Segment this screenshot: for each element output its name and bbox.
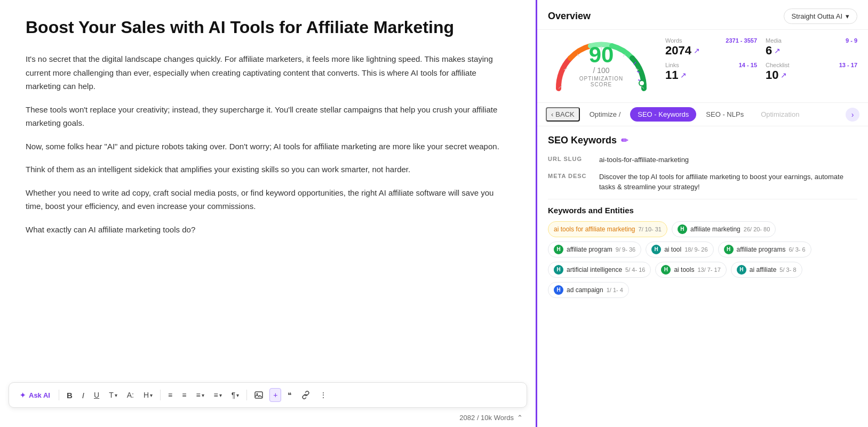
kw-stats: 13/ 7- 17 bbox=[697, 267, 720, 273]
gauge-score: 90 / 100 OPTIMIZATION SCORE bbox=[575, 44, 628, 87]
url-slug-row: URL SLUG ai-tools-for-affiliate-marketin… bbox=[548, 155, 857, 165]
keyword-primary: ai tools for affiliate marketing 7/ 10- … bbox=[548, 221, 667, 237]
score-max: / 100 bbox=[575, 66, 628, 75]
chevron-down-icon: ▾ bbox=[846, 12, 849, 20]
kw-text: affiliate marketing bbox=[690, 225, 740, 233]
font-size-button[interactable]: A: bbox=[124, 389, 137, 401]
url-slug-label: URL SLUG bbox=[548, 155, 591, 162]
media-label: Media bbox=[766, 37, 782, 44]
checklist-label: Checklist bbox=[766, 62, 790, 68]
overview-header: Overview Straight Outta AI ▾ bbox=[537, 0, 868, 30]
kw-stats: 5/ 3- 8 bbox=[779, 267, 796, 273]
kw-text: artificial intelligence bbox=[567, 266, 622, 273]
tab-optimization[interactable]: Optimization bbox=[753, 107, 807, 122]
tabs-row: ‹ BACK Optimize / SEO - Keywords SEO - N… bbox=[537, 102, 868, 126]
para-3: Now, some folks hear "AI" and picture ro… bbox=[26, 140, 510, 154]
kw-stats: 5/ 4- 16 bbox=[625, 267, 645, 273]
text-format-button[interactable]: T ▾ bbox=[106, 389, 121, 401]
back-label: BACK bbox=[555, 110, 574, 118]
links-range: 14 - 15 bbox=[739, 62, 757, 68]
kw-text: ai tools bbox=[674, 266, 694, 273]
add-button[interactable]: + bbox=[269, 388, 281, 402]
checklist-range: 13 - 17 bbox=[839, 62, 857, 68]
para-1: It's no secret that the digital landscap… bbox=[26, 52, 510, 93]
h-badge: H bbox=[554, 265, 563, 275]
kw-stats: 26/ 20- 80 bbox=[744, 226, 770, 232]
back-button[interactable]: ‹ BACK bbox=[546, 107, 580, 122]
link-button[interactable] bbox=[298, 389, 313, 401]
article-title: Boost Your Sales with AI Tools for Affil… bbox=[26, 17, 510, 37]
quote-button[interactable]: ❝ bbox=[284, 389, 295, 401]
seo-keywords-title: SEO Keywords ✏ bbox=[548, 135, 857, 146]
italic-button[interactable]: I bbox=[79, 389, 87, 402]
align-center-button[interactable]: ≡ bbox=[179, 389, 189, 401]
kw-text: affiliate program bbox=[567, 246, 612, 253]
h-badge: H bbox=[554, 285, 563, 295]
tab-optimize[interactable]: Optimize / bbox=[582, 107, 628, 122]
tab-seo-nlps[interactable]: SEO - NLPs bbox=[698, 107, 751, 122]
underline-button[interactable]: U bbox=[91, 389, 102, 401]
editor-content[interactable]: Boost Your Sales with AI Tools for Affil… bbox=[0, 0, 536, 427]
word-count-bar: 2082 / 10k Words ⌃ bbox=[459, 414, 523, 422]
para-4: Think of them as an intelligent sidekick… bbox=[26, 163, 510, 176]
kw-primary-text: ai tools for affiliate marketing bbox=[554, 225, 635, 233]
more-button[interactable]: ⋮ bbox=[316, 389, 330, 401]
dropdown-label: Straight Outta AI bbox=[792, 12, 842, 20]
kw-stats: 18/ 9- 26 bbox=[684, 246, 707, 253]
stat-checklist: Checklist 13 - 17 10 ↗ bbox=[766, 62, 857, 82]
stat-words: Words 2371 - 3557 2074 ↗ bbox=[665, 37, 757, 58]
kw-stats: 1/ 1- 4 bbox=[607, 287, 623, 293]
edit-icon[interactable]: ✏ bbox=[621, 135, 628, 146]
links-value: 11 bbox=[665, 68, 678, 82]
links-label: Links bbox=[665, 62, 679, 68]
kw-text: ai affiliate bbox=[750, 266, 776, 273]
media-arrow: ↗ bbox=[774, 46, 781, 55]
para-2: These tools won't replace your creativit… bbox=[26, 103, 510, 130]
words-value: 2074 bbox=[665, 44, 691, 58]
template-dropdown[interactable]: Straight Outta AI ▾ bbox=[784, 9, 857, 24]
image-icon bbox=[254, 391, 263, 399]
paragraph-button[interactable]: ¶ ▾ bbox=[228, 389, 243, 401]
word-count-label: 2082 / 10k Words bbox=[459, 414, 514, 422]
gauge-container: 90 / 100 OPTIMIZATION SCORE bbox=[548, 35, 655, 99]
kw-affiliate-marketing: H affiliate marketing 26/ 20- 80 bbox=[672, 221, 776, 237]
meta-desc-row: META DESC Discover the top AI tools for … bbox=[548, 172, 857, 192]
image-button[interactable] bbox=[251, 389, 266, 401]
kw-stats: 9/ 9- 36 bbox=[616, 246, 635, 253]
divider-1 bbox=[59, 390, 59, 400]
tab-seo-keywords[interactable]: SEO - Keywords bbox=[630, 107, 696, 122]
h-badge: H bbox=[554, 245, 563, 254]
score-section: 90 / 100 OPTIMIZATION SCORE Words 2371 -… bbox=[537, 30, 868, 102]
word-count-chevron[interactable]: ⌃ bbox=[517, 414, 523, 422]
h-badge: H bbox=[724, 245, 734, 254]
stats-grid: Words 2371 - 3557 2074 ↗ Media 9 - 9 6 ↗ bbox=[665, 35, 857, 82]
para-6: What exactly can AI affiliate marketing … bbox=[26, 223, 510, 237]
kw-ai-affiliate: H ai affiliate 5/ 3- 8 bbox=[731, 262, 802, 278]
section-divider bbox=[548, 199, 857, 199]
heading-button[interactable]: H ▾ bbox=[140, 389, 156, 401]
overview-title: Overview bbox=[548, 11, 591, 22]
ask-ai-label: Ask AI bbox=[29, 391, 50, 399]
bold-button[interactable]: B bbox=[63, 389, 76, 402]
h-badge: H bbox=[737, 265, 746, 275]
sidebar-panel: Overview Straight Outta AI ▾ bbox=[537, 0, 868, 427]
links-arrow: ↗ bbox=[680, 71, 687, 79]
seo-title-text: SEO Keywords bbox=[548, 135, 617, 146]
h-badge: H bbox=[651, 245, 661, 254]
ask-ai-button[interactable]: ✦ Ask AI bbox=[15, 389, 54, 401]
kw-ai-tools: H ai tools 13/ 7- 17 bbox=[655, 262, 726, 278]
unordered-list-button[interactable]: ≡ ▾ bbox=[211, 389, 225, 401]
ordered-list-button[interactable]: ≡ ▾ bbox=[193, 389, 207, 401]
kw-affiliate-program: H affiliate program 9/ 9- 36 bbox=[548, 241, 641, 257]
divider-2 bbox=[160, 390, 161, 400]
checklist-value: 10 bbox=[766, 68, 778, 82]
formatting-toolbar: ✦ Ask AI B I U T ▾ A: H ▾ ≡ ≡ ≡ ▾ ≡ ▾ ¶ … bbox=[9, 382, 527, 408]
chevron-left-icon: ‹ bbox=[551, 110, 553, 118]
score-number: 90 bbox=[575, 44, 628, 66]
tab-next-button[interactable]: › bbox=[846, 108, 859, 122]
media-value: 6 bbox=[766, 44, 772, 58]
stat-links: Links 14 - 15 11 ↗ bbox=[665, 62, 757, 82]
media-range: 9 - 9 bbox=[846, 37, 857, 44]
align-left-button[interactable]: ≡ bbox=[165, 389, 176, 401]
editor-panel: Boost Your Sales with AI Tools for Affil… bbox=[0, 0, 537, 427]
